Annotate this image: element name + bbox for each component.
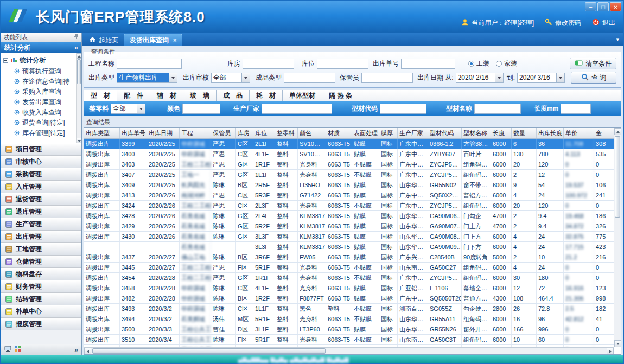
column-header[interactable]: 生产厂家: [398, 128, 428, 138]
column-header[interactable]: 长度: [491, 128, 512, 138]
audit-select[interactable]: 全部: [211, 73, 250, 83]
table-row[interactable]: 调拨出库35102020/3/4工程公共工程陈琳F区5R1F整料光身料6063-…: [84, 335, 614, 345]
column-header[interactable]: 整零料: [275, 128, 298, 138]
tab-shipping-outbound-query[interactable]: 发货出库查询 ×: [124, 34, 182, 46]
table-row[interactable]: 调拨出库34292020/2/26石美名城陈琳G区5R2F整料KLM381760…: [84, 221, 614, 232]
accordion-item[interactable]: 补单中心: [1, 305, 81, 318]
minimize-button[interactable]: −: [585, 2, 596, 11]
scroll-right-button[interactable]: [607, 348, 614, 355]
table-row[interactable]: 调拨出库34002020/2/25华府源城严思C区4L1F整料SV10…6063…: [84, 149, 614, 159]
expand-icon[interactable]: »: [74, 346, 78, 354]
color-input[interactable]: [182, 104, 220, 114]
date-to-dropdown-icon[interactable]: [556, 73, 564, 82]
material-tab[interactable]: 单体型材: [283, 90, 322, 101]
column-header[interactable]: 数量: [512, 128, 537, 138]
column-header[interactable]: 材质: [326, 128, 352, 138]
table-row[interactable]: 石美名城3L3F整料KLM38176063-T5贴膜国标山东华…GA90M09……: [84, 242, 614, 252]
keeper-input[interactable]: [361, 73, 413, 83]
accordion-item[interactable]: 仓储管理: [1, 256, 81, 268]
accordion-item[interactable]: 审核中心: [1, 156, 81, 168]
table-row[interactable]: 调拨出库34132020/2/26南湖河畔严思C区5R3F整料G71422606…: [84, 190, 614, 201]
tree-item[interactable]: 发货出库查询: [1, 97, 81, 107]
tree-item[interactable]: 在途信息查询[待: [1, 76, 81, 87]
logout-button[interactable]: 退出: [592, 18, 615, 28]
accordion-item[interactable]: 出库管理: [1, 231, 81, 243]
column-header[interactable]: 膜厚: [379, 128, 398, 138]
scroll-up-button[interactable]: [614, 128, 621, 135]
name-input[interactable]: [474, 104, 521, 114]
column-header[interactable]: 表面处理: [352, 128, 379, 138]
table-row[interactable]: 调拨出库34932020/3/2华府源城陈琳C区1L1F整料黑色塑料不贴膜国标湖…: [84, 304, 614, 314]
accordion-item[interactable]: 工地管理: [1, 243, 81, 256]
table-row[interactable]: 调拨出库34372020/2/27佛山工地陈琳B区3R6F整料FW056063-…: [84, 252, 614, 263]
column-header[interactable]: 出库日期: [147, 128, 180, 138]
out-type-dropdown-icon[interactable]: [169, 73, 177, 82]
column-header[interactable]: 保管员: [211, 128, 236, 138]
table-row[interactable]: 调拨出库34452020/2/27工程二工程严思F区5R1F整料光身料6063-…: [84, 263, 614, 273]
whole-select[interactable]: 全部: [111, 104, 145, 114]
table-row[interactable]: 调拨出库34032020/2/25工程二工程严思G区1R1F整料光身料6063-…: [84, 159, 614, 170]
pin-icon[interactable]: [74, 34, 79, 41]
project-name-input[interactable]: [117, 59, 182, 69]
tree-item[interactable]: 退货查询[待定]: [1, 118, 81, 128]
column-header[interactable]: 型材名称: [462, 128, 491, 138]
table-row[interactable]: 调拨出库35002020/3/3工程公共工程曹佳D区3L1F整料LT3P6060…: [84, 324, 614, 335]
collapse-icon[interactable]: «: [74, 44, 78, 52]
maximize-button[interactable]: □: [597, 2, 609, 11]
column-header[interactable]: 出库类型: [84, 128, 120, 138]
accordion-item[interactable]: 报废管理: [1, 318, 81, 330]
material-tab[interactable]: 成 品: [217, 90, 250, 101]
horizontal-scroll-thumb[interactable]: [92, 348, 326, 354]
table-row[interactable]: 调拨出库34092020/2/25长风阳光陈琳B区2R5F整料LI35HO606…: [84, 180, 614, 190]
accordion-item[interactable]: 财务管理: [1, 280, 81, 293]
warehouse-input[interactable]: [243, 59, 294, 69]
material-tab[interactable]: 玻 璃: [183, 90, 217, 101]
order-no-input[interactable]: [401, 59, 455, 69]
accordion-item[interactable]: 采购管理: [1, 168, 81, 181]
close-button[interactable]: ×: [610, 2, 621, 11]
column-header[interactable]: 库位: [253, 128, 275, 138]
sidebar-section-header[interactable]: 统计分析 «: [1, 42, 81, 53]
tree-scroll-up-button[interactable]: [77, 53, 81, 59]
apps-icon[interactable]: [15, 346, 21, 354]
code-input[interactable]: [380, 104, 426, 114]
scroll-left-button[interactable]: [84, 348, 91, 355]
date-to-picker[interactable]: 2020/ 3/16: [517, 73, 565, 83]
table-row[interactable]: 调拨出库34072020/2/25工地一严思G区1L1F整料光身料6063-T5…: [84, 170, 614, 180]
search-button[interactable]: 查 询: [571, 72, 616, 84]
tree-scroll-thumb[interactable]: [77, 59, 81, 84]
tree-item[interactable]: 采购入库查询: [1, 87, 81, 97]
column-header[interactable]: 工程: [180, 128, 211, 138]
manufacturer-input[interactable]: [262, 104, 332, 114]
clear-conditions-button[interactable]: 清空条件: [570, 58, 616, 69]
jiazhuang-radio[interactable]: [496, 61, 502, 67]
accordion-item[interactable]: 结转管理: [1, 293, 81, 305]
vertical-scroll-thumb[interactable]: [615, 136, 620, 218]
table-row[interactable]: 调拨出库34242020/2/26工程二工程严思C区2L3F整料光身料6063-…: [84, 201, 614, 211]
length-input[interactable]: [561, 104, 591, 114]
location-input[interactable]: [317, 59, 368, 69]
accordion-item[interactable]: 项目管理: [1, 143, 81, 156]
product-type-input[interactable]: [284, 73, 335, 83]
tree-item[interactable]: 收货入库查询: [1, 107, 81, 118]
column-header[interactable]: 金: [594, 128, 614, 138]
vertical-scrollbar[interactable]: [614, 128, 621, 347]
horizontal-scrollbar[interactable]: [84, 347, 614, 354]
tab-home[interactable]: 起始页: [84, 34, 124, 46]
table-row[interactable]: 调拨出库34302020/2/26石美名城陈琳G区3L3F整料KLM381760…: [84, 232, 614, 242]
tree-scrollbar[interactable]: [76, 53, 81, 143]
material-tab[interactable]: 型 材: [84, 90, 117, 101]
change-password-button[interactable]: 修改密码: [545, 18, 581, 28]
accordion-item[interactable]: 物料盘存: [1, 268, 81, 280]
out-type-select[interactable]: 生产领料出库: [117, 73, 177, 83]
scroll-down-button[interactable]: [614, 340, 621, 347]
table-row[interactable]: 调拨出库34582020/2/28华府源城陈琳C区4L1F整料光身料6063-T…: [84, 283, 614, 293]
monitor-icon[interactable]: [4, 346, 11, 354]
tree-item[interactable]: 库存管理[待定]: [1, 128, 81, 138]
table-row[interactable]: 调拨出库34942020/3/2石美辉城汤伟M区5R1F整料光身料6063-T5…: [84, 314, 614, 324]
column-header[interactable]: 颜色: [298, 128, 326, 138]
column-header[interactable]: 出库单号: [120, 128, 147, 138]
date-from-picker[interactable]: 2020/ 2/16: [456, 73, 504, 83]
column-header[interactable]: 出库长度: [537, 128, 564, 138]
material-tab[interactable]: 耗 材: [250, 90, 283, 101]
